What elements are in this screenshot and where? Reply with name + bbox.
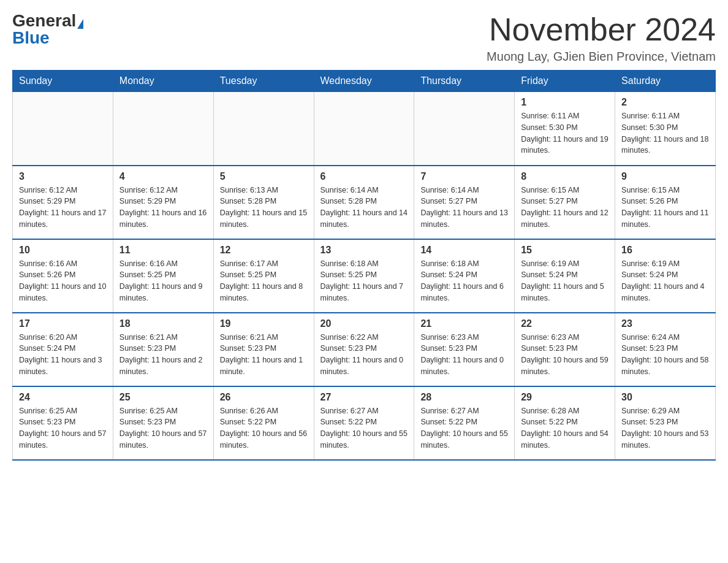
day-number: 24 [19, 392, 107, 403]
day-info: Sunrise: 6:14 AMSunset: 5:27 PMDaylight:… [420, 185, 508, 231]
day-info: Sunrise: 6:23 AMSunset: 5:23 PMDaylight:… [420, 332, 508, 378]
day-number: 6 [320, 171, 408, 182]
day-info: Sunrise: 6:21 AMSunset: 5:23 PMDaylight:… [119, 332, 207, 378]
day-number: 20 [320, 318, 408, 329]
day-number: 28 [420, 392, 508, 403]
day-info: Sunrise: 6:25 AMSunset: 5:23 PMDaylight:… [119, 405, 207, 451]
day-number: 22 [521, 318, 609, 329]
day-number: 7 [420, 171, 508, 182]
title-section: November 2024 Muong Lay, GJien Bien Prov… [487, 12, 716, 64]
calendar-cell: 20Sunrise: 6:22 AMSunset: 5:23 PMDayligh… [314, 313, 414, 386]
calendar-cell: 23Sunrise: 6:24 AMSunset: 5:23 PMDayligh… [615, 313, 716, 386]
calendar-cell: 4Sunrise: 6:12 AMSunset: 5:29 PMDaylight… [113, 166, 213, 239]
day-info: Sunrise: 6:17 AMSunset: 5:25 PMDaylight:… [220, 258, 308, 304]
day-info: Sunrise: 6:15 AMSunset: 5:26 PMDaylight:… [621, 185, 709, 231]
weekday-header-friday: Friday [515, 71, 615, 92]
day-info: Sunrise: 6:19 AMSunset: 5:24 PMDaylight:… [621, 258, 709, 304]
day-number: 19 [220, 318, 308, 329]
day-number: 14 [420, 245, 508, 256]
calendar-cell [414, 92, 515, 166]
calendar-cell: 11Sunrise: 6:16 AMSunset: 5:25 PMDayligh… [113, 239, 213, 313]
day-number: 23 [621, 318, 709, 329]
calendar-cell: 14Sunrise: 6:18 AMSunset: 5:24 PMDayligh… [414, 239, 515, 313]
weekday-header-row: SundayMondayTuesdayWednesdayThursdayFrid… [13, 71, 716, 92]
day-info: Sunrise: 6:20 AMSunset: 5:24 PMDaylight:… [19, 332, 107, 378]
calendar-cell: 18Sunrise: 6:21 AMSunset: 5:23 PMDayligh… [113, 313, 213, 386]
calendar-cell: 7Sunrise: 6:14 AMSunset: 5:27 PMDaylight… [414, 166, 515, 239]
page-header: General Blue November 2024 Muong Lay, GJ… [12, 12, 716, 64]
calendar-cell: 21Sunrise: 6:23 AMSunset: 5:23 PMDayligh… [414, 313, 515, 386]
day-info: Sunrise: 6:26 AMSunset: 5:22 PMDaylight:… [220, 405, 308, 451]
day-info: Sunrise: 6:23 AMSunset: 5:23 PMDaylight:… [521, 332, 609, 378]
calendar-cell: 17Sunrise: 6:20 AMSunset: 5:24 PMDayligh… [13, 313, 113, 386]
day-info: Sunrise: 6:16 AMSunset: 5:25 PMDaylight:… [119, 258, 207, 304]
week-row-5: 24Sunrise: 6:25 AMSunset: 5:23 PMDayligh… [13, 386, 716, 460]
calendar-cell: 16Sunrise: 6:19 AMSunset: 5:24 PMDayligh… [615, 239, 716, 313]
calendar-cell [213, 92, 314, 166]
week-row-1: 1Sunrise: 6:11 AMSunset: 5:30 PMDaylight… [13, 92, 716, 166]
day-number: 5 [220, 171, 308, 182]
calendar-cell: 24Sunrise: 6:25 AMSunset: 5:23 PMDayligh… [13, 386, 113, 460]
weekday-header-wednesday: Wednesday [314, 71, 414, 92]
logo-triangle-icon [77, 19, 83, 29]
calendar-cell: 8Sunrise: 6:15 AMSunset: 5:27 PMDaylight… [515, 166, 615, 239]
week-row-2: 3Sunrise: 6:12 AMSunset: 5:29 PMDaylight… [13, 166, 716, 239]
day-info: Sunrise: 6:12 AMSunset: 5:29 PMDaylight:… [19, 185, 107, 231]
day-number: 8 [521, 171, 609, 182]
calendar-table: SundayMondayTuesdayWednesdayThursdayFrid… [12, 70, 716, 461]
day-number: 18 [119, 318, 207, 329]
weekday-header-sunday: Sunday [13, 71, 113, 92]
day-number: 2 [621, 97, 709, 108]
day-number: 16 [621, 245, 709, 256]
day-info: Sunrise: 6:14 AMSunset: 5:28 PMDaylight:… [320, 185, 408, 231]
calendar-cell: 12Sunrise: 6:17 AMSunset: 5:25 PMDayligh… [213, 239, 314, 313]
calendar-cell: 9Sunrise: 6:15 AMSunset: 5:26 PMDaylight… [615, 166, 716, 239]
weekday-header-saturday: Saturday [615, 71, 716, 92]
logo-general-text: General [12, 11, 76, 30]
weekday-header-tuesday: Tuesday [213, 71, 314, 92]
day-info: Sunrise: 6:24 AMSunset: 5:23 PMDaylight:… [621, 332, 709, 378]
day-info: Sunrise: 6:11 AMSunset: 5:30 PMDaylight:… [521, 110, 609, 156]
calendar-cell [113, 92, 213, 166]
day-info: Sunrise: 6:16 AMSunset: 5:26 PMDaylight:… [19, 258, 107, 304]
day-number: 21 [420, 318, 508, 329]
day-number: 26 [220, 392, 308, 403]
calendar-cell: 29Sunrise: 6:28 AMSunset: 5:22 PMDayligh… [515, 386, 615, 460]
calendar-cell [13, 92, 113, 166]
day-number: 25 [119, 392, 207, 403]
day-info: Sunrise: 6:21 AMSunset: 5:23 PMDaylight:… [220, 332, 308, 378]
day-info: Sunrise: 6:27 AMSunset: 5:22 PMDaylight:… [420, 405, 508, 451]
calendar-cell: 6Sunrise: 6:14 AMSunset: 5:28 PMDaylight… [314, 166, 414, 239]
day-info: Sunrise: 6:22 AMSunset: 5:23 PMDaylight:… [320, 332, 408, 378]
calendar-cell: 26Sunrise: 6:26 AMSunset: 5:22 PMDayligh… [213, 386, 314, 460]
weekday-header-monday: Monday [113, 71, 213, 92]
calendar-cell: 19Sunrise: 6:21 AMSunset: 5:23 PMDayligh… [213, 313, 314, 386]
calendar-cell: 1Sunrise: 6:11 AMSunset: 5:30 PMDaylight… [515, 92, 615, 166]
day-info: Sunrise: 6:25 AMSunset: 5:23 PMDaylight:… [19, 405, 107, 451]
day-info: Sunrise: 6:18 AMSunset: 5:25 PMDaylight:… [320, 258, 408, 304]
calendar-cell: 22Sunrise: 6:23 AMSunset: 5:23 PMDayligh… [515, 313, 615, 386]
day-info: Sunrise: 6:27 AMSunset: 5:22 PMDaylight:… [320, 405, 408, 451]
day-number: 1 [521, 97, 609, 108]
day-number: 10 [19, 245, 107, 256]
day-number: 13 [320, 245, 408, 256]
month-title: November 2024 [487, 12, 716, 47]
day-number: 3 [19, 171, 107, 182]
calendar-cell: 10Sunrise: 6:16 AMSunset: 5:26 PMDayligh… [13, 239, 113, 313]
day-number: 29 [521, 392, 609, 403]
calendar-cell: 3Sunrise: 6:12 AMSunset: 5:29 PMDaylight… [13, 166, 113, 239]
day-number: 17 [19, 318, 107, 329]
logo-blue-text: Blue [12, 29, 50, 47]
day-info: Sunrise: 6:19 AMSunset: 5:24 PMDaylight:… [521, 258, 609, 304]
day-number: 30 [621, 392, 709, 403]
calendar-cell: 15Sunrise: 6:19 AMSunset: 5:24 PMDayligh… [515, 239, 615, 313]
day-info: Sunrise: 6:18 AMSunset: 5:24 PMDaylight:… [420, 258, 508, 304]
day-info: Sunrise: 6:13 AMSunset: 5:28 PMDaylight:… [220, 185, 308, 231]
day-info: Sunrise: 6:11 AMSunset: 5:30 PMDaylight:… [621, 110, 709, 156]
day-number: 4 [119, 171, 207, 182]
week-row-3: 10Sunrise: 6:16 AMSunset: 5:26 PMDayligh… [13, 239, 716, 313]
day-number: 9 [621, 171, 709, 182]
logo-top: General [12, 12, 83, 29]
day-number: 15 [521, 245, 609, 256]
day-info: Sunrise: 6:29 AMSunset: 5:23 PMDaylight:… [621, 405, 709, 451]
